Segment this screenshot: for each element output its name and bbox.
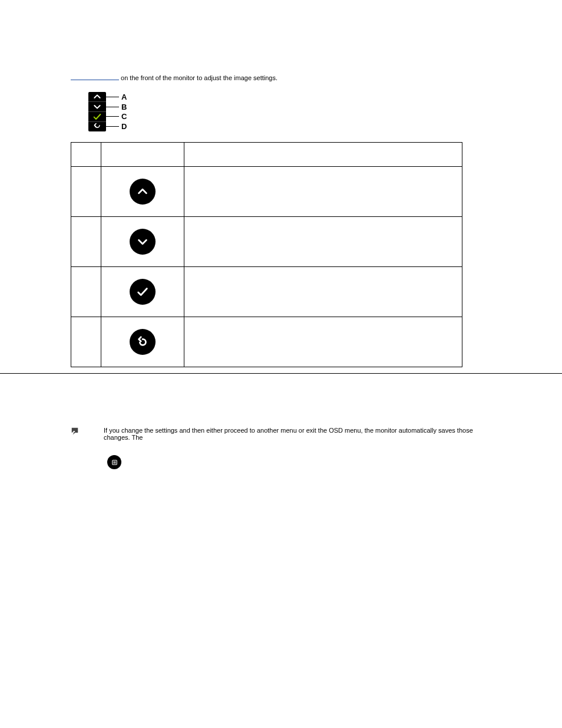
row-icon-cell bbox=[101, 167, 184, 217]
chevron-down-icon bbox=[136, 235, 149, 248]
return-icon bbox=[92, 122, 102, 131]
strip-button-down bbox=[88, 102, 106, 112]
ok-button-graphic bbox=[130, 279, 156, 305]
table-row bbox=[71, 267, 462, 317]
menu-step bbox=[107, 455, 491, 469]
row-letter bbox=[71, 317, 101, 367]
chevron-up-icon bbox=[92, 92, 102, 101]
menu-icon bbox=[111, 459, 118, 466]
panel-label-a: A bbox=[121, 93, 127, 101]
front-panel-diagram: A B C D bbox=[88, 92, 165, 131]
table-header-2 bbox=[101, 143, 184, 167]
note-row: If you change the settings and then eith… bbox=[71, 427, 491, 441]
link-blank[interactable] bbox=[71, 74, 119, 80]
panel-label-d: D bbox=[121, 122, 127, 131]
chevron-down-icon bbox=[92, 102, 102, 111]
row-icon-cell bbox=[101, 217, 184, 267]
panel-label-b: B bbox=[121, 103, 127, 111]
strip-button-back bbox=[88, 122, 106, 131]
check-icon bbox=[136, 285, 149, 298]
row-icon-cell bbox=[101, 267, 184, 317]
note-text: If you change the settings and then eith… bbox=[104, 427, 491, 441]
return-icon bbox=[136, 335, 149, 348]
table-row bbox=[71, 167, 462, 217]
down-button-graphic bbox=[130, 229, 156, 255]
row-icon-cell bbox=[101, 317, 184, 367]
panel-labels: A B C D bbox=[106, 92, 127, 131]
note-icon bbox=[71, 427, 79, 435]
button-description-table bbox=[71, 142, 462, 367]
back-button-graphic bbox=[130, 329, 156, 355]
chevron-up-icon bbox=[136, 185, 149, 198]
table-header-3 bbox=[184, 143, 462, 167]
row-desc bbox=[184, 267, 462, 317]
row-desc bbox=[184, 317, 462, 367]
intro-line: on the front of the monitor to adjust th… bbox=[71, 74, 491, 81]
strip-button-up bbox=[88, 92, 106, 102]
row-letter bbox=[71, 217, 101, 267]
table-header-1 bbox=[71, 143, 101, 167]
strip-button-ok bbox=[88, 112, 106, 122]
menu-button-graphic bbox=[107, 455, 121, 469]
up-button-graphic bbox=[130, 179, 156, 205]
row-desc bbox=[184, 217, 462, 267]
check-icon bbox=[92, 112, 102, 121]
table-header-row bbox=[71, 143, 462, 167]
row-desc bbox=[184, 167, 462, 217]
button-strip bbox=[88, 92, 106, 131]
panel-label-c: C bbox=[121, 112, 127, 121]
divider bbox=[0, 373, 562, 374]
table-row bbox=[71, 317, 462, 367]
row-letter bbox=[71, 167, 101, 217]
table-row bbox=[71, 217, 462, 267]
intro-text-after: on the front of the monitor to adjust th… bbox=[119, 74, 277, 81]
row-letter bbox=[71, 267, 101, 317]
